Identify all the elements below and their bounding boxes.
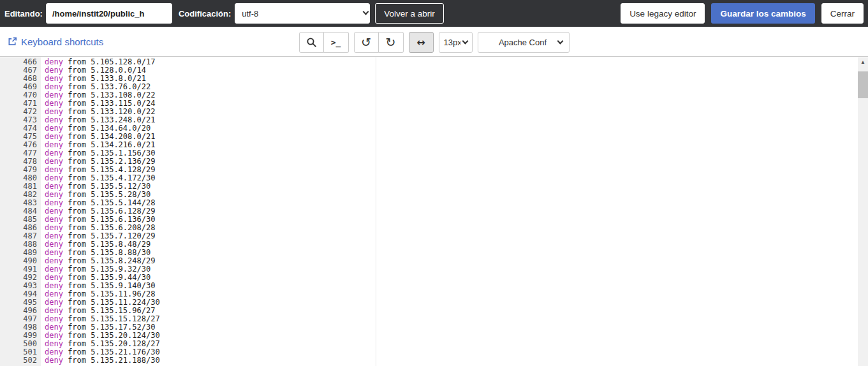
keyword-token: deny bbox=[45, 323, 63, 332]
keyword-token: deny bbox=[45, 339, 63, 348]
redo-button[interactable]: ↻ bbox=[379, 32, 404, 53]
keyword-token: deny bbox=[45, 231, 63, 240]
file-path-input[interactable] bbox=[46, 3, 172, 24]
code-token: from 5.135.1.156/30 bbox=[63, 149, 156, 157]
wrap-icon: ↔ bbox=[416, 38, 425, 48]
code-line[interactable]: deny from 5.134.208.0/21 bbox=[45, 133, 855, 141]
close-button[interactable]: Cerrar bbox=[821, 3, 864, 24]
code-token: from 5.135.15.96/27 bbox=[63, 306, 156, 315]
scrollbar-thumb[interactable] bbox=[858, 71, 868, 98]
code-line[interactable]: deny from 5.135.8.248/29 bbox=[45, 257, 855, 265]
code-line[interactable]: deny from 5.135.1.156/30 bbox=[45, 149, 855, 157]
code-token: from 5.133.248.0/21 bbox=[63, 115, 156, 124]
code-line[interactable]: deny from 5.135.15.96/27 bbox=[45, 307, 855, 315]
code-token: from 5.135.20.128/27 bbox=[63, 339, 160, 348]
redo-icon: ↻ bbox=[386, 36, 396, 48]
code-line[interactable]: deny from 5.135.8.48/29 bbox=[45, 240, 855, 249]
code-line[interactable]: deny from 5.135.6.128/29 bbox=[45, 207, 855, 216]
code-line[interactable]: deny from 5.135.6.136/30 bbox=[45, 216, 855, 224]
keyboard-shortcuts-link[interactable]: Keyboard shortcuts bbox=[8, 36, 103, 47]
code-line[interactable]: deny from 5.135.4.128/29 bbox=[45, 166, 855, 174]
keyword-token: deny bbox=[45, 115, 63, 124]
code-line[interactable]: deny from 5.135.6.208/28 bbox=[45, 224, 855, 232]
keyword-token: deny bbox=[45, 256, 63, 265]
scroll-up-button[interactable]: ▲ bbox=[858, 57, 868, 67]
code-token: from 5.133.120.0/22 bbox=[63, 107, 156, 116]
code-line[interactable]: deny from 5.135.8.88/30 bbox=[45, 249, 855, 257]
code-token: from 5.133.76.0/22 bbox=[63, 82, 151, 91]
syntax-mode-select[interactable]: Apache Conf bbox=[478, 32, 570, 53]
goto-line-button[interactable]: >_ bbox=[324, 32, 349, 53]
code-line[interactable]: deny from 5.133.248.0/21 bbox=[45, 116, 855, 124]
keyboard-shortcuts-label: Keyboard shortcuts bbox=[21, 36, 103, 47]
code-token: from 5.135.11.96/28 bbox=[63, 289, 156, 298]
code-line[interactable]: deny from 5.135.21.188/30 bbox=[45, 356, 855, 365]
vertical-scrollbar[interactable]: ▲ bbox=[858, 57, 868, 366]
code-line[interactable]: deny from 5.135.9.32/30 bbox=[45, 265, 855, 274]
encoding-label: Codificación: bbox=[179, 9, 231, 18]
keyword-token: deny bbox=[45, 157, 63, 166]
search-icon bbox=[306, 37, 317, 48]
code-editor[interactable]: 4664674684694704714724734744754764774784… bbox=[0, 57, 868, 366]
keyword-token: deny bbox=[45, 173, 63, 182]
code-line[interactable]: deny from 5.135.5.144/28 bbox=[45, 199, 855, 207]
code-token: from 5.135.8.248/29 bbox=[63, 256, 156, 265]
editing-label: Editando: bbox=[4, 9, 43, 18]
code-token: from 5.135.8.48/29 bbox=[63, 240, 151, 249]
code-line[interactable]: deny from 5.135.17.52/30 bbox=[45, 323, 855, 332]
code-line[interactable]: deny from 5.134.216.0/21 bbox=[45, 141, 855, 149]
code-token: from 5.135.4.172/30 bbox=[63, 173, 156, 182]
code-line[interactable]: deny from 5.135.9.140/30 bbox=[45, 282, 855, 290]
code-line[interactable]: deny from 5.135.5.12/30 bbox=[45, 182, 855, 191]
code-line[interactable]: deny from 5.135.2.136/29 bbox=[45, 157, 855, 166]
code-token: from 5.135.6.136/30 bbox=[63, 215, 156, 224]
toggle-wrap-button[interactable]: ↔ bbox=[409, 32, 434, 53]
code-line[interactable]: deny from 5.133.120.0/22 bbox=[45, 108, 855, 116]
code-line[interactable]: deny from 5.135.21.176/30 bbox=[45, 348, 855, 356]
reopen-button[interactable]: Volver a abrir bbox=[375, 3, 444, 24]
keyword-token: deny bbox=[45, 306, 63, 315]
code-token: from 5.135.5.12/30 bbox=[63, 182, 151, 191]
code-token: from 5.135.21.176/30 bbox=[63, 348, 160, 356]
code-content[interactable]: deny from 5.105.128.0/17deny from 5.128.… bbox=[45, 58, 855, 365]
code-line[interactable]: deny from 5.133.108.0/22 bbox=[45, 91, 855, 99]
keyword-token: deny bbox=[45, 74, 63, 83]
code-line[interactable]: deny from 5.135.5.28/30 bbox=[45, 191, 855, 199]
keyword-token: deny bbox=[45, 57, 63, 66]
keyword-token: deny bbox=[45, 82, 63, 91]
code-line[interactable]: deny from 5.135.20.128/27 bbox=[45, 340, 855, 348]
keyword-token: deny bbox=[45, 66, 63, 75]
code-line[interactable]: deny from 5.128.0.0/14 bbox=[45, 66, 855, 75]
code-line[interactable]: deny from 5.135.9.44/30 bbox=[45, 274, 855, 282]
code-line[interactable]: deny from 5.135.4.172/30 bbox=[45, 174, 855, 182]
print-margin-ruler bbox=[376, 57, 376, 366]
code-token: from 5.105.128.0/17 bbox=[63, 57, 156, 66]
search-button[interactable] bbox=[299, 32, 324, 53]
code-token: from 5.128.0.0/14 bbox=[63, 66, 146, 75]
code-token: from 5.135.21.188/30 bbox=[63, 356, 160, 365]
encoding-select[interactable]: utf-8 bbox=[235, 3, 370, 24]
code-token: from 5.135.17.52/30 bbox=[63, 323, 156, 332]
keyword-token: deny bbox=[45, 132, 63, 141]
code-line[interactable]: deny from 5.135.11.224/30 bbox=[45, 298, 855, 307]
legacy-editor-button[interactable]: Use legacy editor bbox=[621, 3, 705, 24]
line-number-gutter: 4664674684694704714724734744754764774784… bbox=[0, 57, 41, 366]
code-line[interactable]: deny from 5.105.128.0/17 bbox=[45, 58, 855, 66]
code-token: from 5.135.9.140/30 bbox=[63, 281, 156, 290]
editor-toolbar: Keyboard shortcuts >_ ↺ ↻ ↔ bbox=[0, 27, 868, 57]
find-group: >_ bbox=[299, 32, 349, 53]
undo-button[interactable]: ↺ bbox=[354, 32, 379, 53]
code-line[interactable]: deny from 5.135.11.96/28 bbox=[45, 290, 855, 298]
font-size-select[interactable]: 13px bbox=[439, 32, 473, 53]
save-changes-button[interactable]: Guardar los cambios bbox=[711, 3, 814, 24]
code-line[interactable]: deny from 5.135.7.120/29 bbox=[45, 232, 855, 240]
keyword-token: deny bbox=[45, 107, 63, 116]
code-line[interactable]: deny from 5.134.64.0/20 bbox=[45, 124, 855, 133]
code-line[interactable]: deny from 5.135.20.124/30 bbox=[45, 332, 855, 340]
code-line[interactable]: deny from 5.135.15.128/27 bbox=[45, 315, 855, 323]
code-line[interactable]: deny from 5.133.76.0/22 bbox=[45, 83, 855, 91]
code-line[interactable]: deny from 5.133.115.0/24 bbox=[45, 99, 855, 108]
code-token: from 5.135.4.128/29 bbox=[63, 165, 156, 174]
code-token: from 5.133.115.0/24 bbox=[63, 99, 156, 108]
code-line[interactable]: deny from 5.133.8.0/21 bbox=[45, 75, 855, 83]
